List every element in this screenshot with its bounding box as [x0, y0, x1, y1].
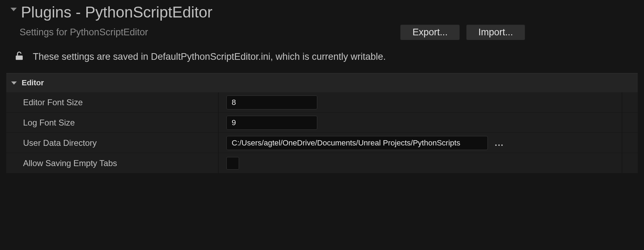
- prop-label-cell: User Data Directory: [6, 133, 219, 153]
- status-text: These settings are saved in DefaultPytho…: [33, 51, 386, 62]
- title-group: Plugins - PythonScriptEditor: [10, 3, 637, 21]
- collapse-icon[interactable]: [10, 11, 17, 19]
- prop-row-log-font-size: Log Font Size: [6, 113, 638, 133]
- prop-extra-cell: [622, 153, 638, 173]
- prop-row-user-data-directory: User Data Directory ...: [6, 133, 638, 153]
- header-row: Plugins - PythonScriptEditor: [0, 3, 644, 21]
- prop-label-cell: Allow Saving Empty Tabs: [6, 153, 219, 173]
- log-font-size-input[interactable]: [226, 116, 317, 130]
- prop-value-cell: [219, 113, 622, 133]
- ellipsis-icon: ...: [495, 138, 504, 148]
- prop-row-editor-font-size: Editor Font Size: [6, 92, 638, 113]
- prop-row-allow-saving-empty-tabs: Allow Saving Empty Tabs: [6, 153, 638, 173]
- allow-saving-empty-tabs-checkbox[interactable]: [226, 157, 239, 170]
- prop-extra-cell: [622, 113, 638, 133]
- section-title: Editor: [22, 78, 44, 87]
- prop-label: Log Font Size: [23, 118, 75, 128]
- prop-value-cell: ...: [219, 133, 622, 153]
- prop-extra-cell: [622, 133, 638, 153]
- svg-rect-0: [16, 56, 23, 60]
- page-subtitle: Settings for PythonScriptEditor: [20, 27, 400, 38]
- browse-button[interactable]: ...: [493, 137, 506, 149]
- page-title: Plugins - PythonScriptEditor: [21, 3, 212, 21]
- settings-panel: Plugins - PythonScriptEditor Settings fo…: [0, 0, 644, 173]
- prop-extra-cell: [622, 92, 638, 112]
- prop-label: Allow Saving Empty Tabs: [23, 158, 117, 168]
- status-row: These settings are saved in DefaultPytho…: [0, 40, 644, 71]
- import-button[interactable]: Import...: [466, 24, 525, 40]
- prop-label-cell: Editor Font Size: [6, 92, 219, 112]
- chevron-down-icon: [10, 8, 17, 18]
- section-header[interactable]: Editor: [6, 73, 638, 92]
- subtitle-row: Settings for PythonScriptEditor Export..…: [0, 21, 644, 40]
- prop-label: User Data Directory: [23, 138, 97, 148]
- section-editor: Editor Editor Font Size Log Font Size Us…: [6, 73, 638, 173]
- unlock-icon: [14, 51, 24, 63]
- export-button[interactable]: Export...: [400, 24, 460, 40]
- prop-label-cell: Log Font Size: [6, 113, 219, 133]
- chevron-down-icon: [11, 81, 17, 85]
- user-data-directory-input[interactable]: [226, 136, 488, 150]
- prop-value-cell: [219, 153, 622, 173]
- prop-value-cell: [219, 92, 622, 112]
- prop-label: Editor Font Size: [23, 98, 83, 107]
- editor-font-size-input[interactable]: [226, 95, 317, 109]
- header-buttons: Export... Import...: [400, 24, 637, 40]
